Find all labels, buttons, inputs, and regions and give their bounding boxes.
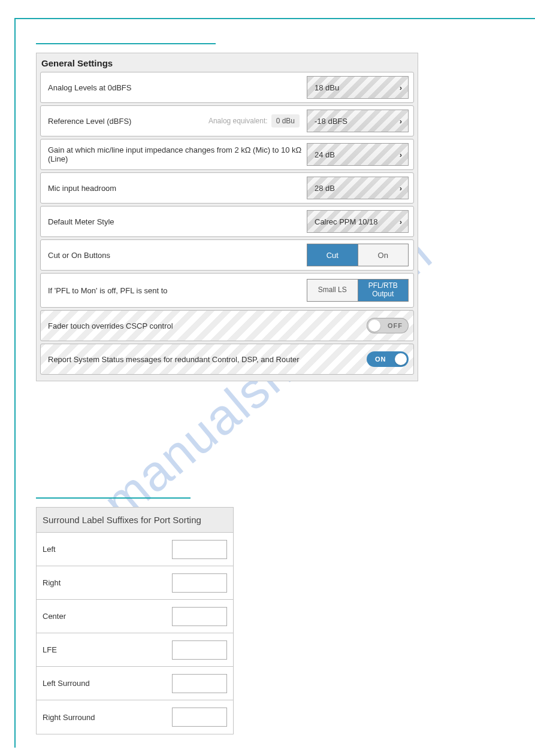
suffix-row-right: Right (37, 566, 233, 600)
toggle-knob-icon (395, 353, 407, 365)
mic-headroom-dropdown[interactable]: 28 dB › (307, 177, 409, 199)
fader-cscp-toggle[interactable]: OFF (367, 318, 409, 333)
fader-cscp-toggle-text: OFF (388, 322, 403, 329)
reference-level-dropdown[interactable]: -18 dBFS › (307, 110, 409, 132)
suffix-input-right-surround[interactable] (172, 708, 227, 727)
suffix-row-left: Left (37, 533, 233, 566)
report-status-toggle[interactable]: ON (367, 351, 409, 367)
gain-impedance-dropdown[interactable]: 24 dB › (307, 143, 409, 166)
small-ls-button[interactable]: Small LS (307, 280, 358, 301)
suffix-label-right: Right (43, 578, 172, 587)
on-button[interactable]: On (358, 244, 409, 266)
surround-suffix-panel: Surround Label Suffixes for Port Sorting… (36, 507, 234, 734)
reference-level-value: -18 dBFS (315, 117, 347, 126)
pfl-rtb-button[interactable]: PFL/RTB Output (358, 280, 409, 301)
mic-headroom-value: 28 dB (315, 184, 335, 193)
row-fader-cscp: Fader touch overrides CSCP control OFF (40, 310, 414, 341)
chevron-right-icon: › (400, 83, 402, 92)
meter-style-label: Default Meter Style (48, 217, 307, 226)
general-settings-title: General Settings (37, 53, 418, 72)
cut-on-label: Cut or On Buttons (48, 251, 307, 260)
suffix-label-center: Center (43, 612, 172, 621)
suffix-input-center[interactable] (172, 607, 227, 626)
suffix-label-right-surround: Right Surround (43, 713, 172, 722)
reference-level-label: Reference Level (dBFS) (48, 117, 208, 126)
toggle-knob-icon (368, 320, 380, 332)
general-settings-panel: General Settings Analog Levels at 0dBFS … (36, 53, 418, 381)
row-report-status: Report System Status messages for redund… (40, 344, 414, 375)
pfl-segment: Small LS PFL/RTB Output (307, 279, 409, 302)
suffix-label-left-surround: Left Surround (43, 679, 172, 688)
analog-equivalent-label: Analog equivalent: (208, 117, 268, 125)
chevron-right-icon: › (400, 117, 402, 126)
analog-equivalent-value: 0 dBu (271, 114, 300, 127)
gain-impedance-value: 24 dB (315, 150, 335, 159)
suffix-input-left-surround[interactable] (172, 674, 227, 693)
mic-headroom-label: Mic input headroom (48, 184, 307, 193)
row-mic-headroom: Mic input headroom 28 dB › (40, 172, 414, 204)
row-meter-style: Default Meter Style Calrec PPM 10/18 › (40, 206, 414, 237)
pfl-label: If 'PFL to Mon' is off, PFL is sent to (48, 286, 307, 295)
meter-style-dropdown[interactable]: Calrec PPM 10/18 › (307, 210, 409, 233)
row-reference-level: Reference Level (dBFS) Analog equivalent… (40, 105, 414, 136)
row-analog-levels: Analog Levels at 0dBFS 18 dBu › (40, 72, 414, 103)
suffix-input-lfe[interactable] (172, 640, 227, 660)
suffix-input-left[interactable] (172, 540, 227, 559)
report-status-toggle-text: ON (375, 356, 386, 363)
analog-levels-dropdown[interactable]: 18 dBu › (307, 76, 409, 99)
suffix-row-lfe: LFE (37, 633, 233, 667)
suffix-label-lfe: LFE (43, 645, 172, 654)
row-pfl: If 'PFL to Mon' is off, PFL is sent to S… (40, 273, 414, 308)
suffix-row-center: Center (37, 600, 233, 633)
section-divider-1 (36, 35, 216, 44)
section-divider-2 (36, 489, 191, 499)
report-status-label: Report System Status messages for redund… (48, 355, 367, 364)
analog-levels-label: Analog Levels at 0dBFS (48, 83, 307, 92)
page-border-left (14, 18, 16, 748)
row-cut-on: Cut or On Buttons Cut On (40, 239, 414, 271)
suffix-row-right-surround: Right Surround (37, 700, 233, 734)
cut-button[interactable]: Cut (307, 244, 358, 266)
analog-levels-value: 18 dBu (315, 83, 339, 92)
gain-impedance-label: Gain at which mic/line input impedance c… (48, 145, 307, 163)
surround-suffix-title: Surround Label Suffixes for Port Sorting (37, 508, 233, 533)
fader-cscp-label: Fader touch overrides CSCP control (48, 321, 367, 330)
chevron-right-icon: › (400, 184, 402, 193)
chevron-right-icon: › (400, 150, 402, 159)
chevron-right-icon: › (400, 217, 402, 226)
cut-on-segment: Cut On (307, 244, 409, 266)
row-gain-impedance: Gain at which mic/line input impedance c… (40, 139, 414, 170)
suffix-label-left: Left (43, 545, 172, 554)
page-border-top (14, 18, 535, 19)
suffix-row-left-surround: Left Surround (37, 667, 233, 700)
meter-style-value: Calrec PPM 10/18 (315, 217, 378, 226)
suffix-input-right[interactable] (172, 573, 227, 593)
